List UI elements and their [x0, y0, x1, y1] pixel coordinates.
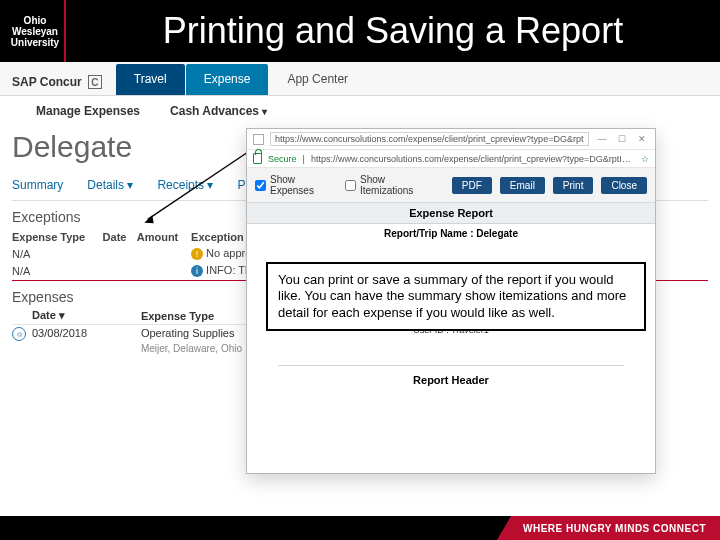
report-header-label: Report Header [278, 365, 625, 386]
show-itemizations-checkbox[interactable] [345, 180, 356, 191]
slide-footer: WHERE HUNGRY MINDS CONNECT [0, 516, 720, 540]
tab-travel[interactable]: Travel [116, 64, 185, 95]
warning-icon: ! [191, 248, 203, 260]
maximize-button[interactable]: ☐ [615, 134, 629, 144]
email-button[interactable]: Email [500, 177, 545, 194]
action-details[interactable]: Details [87, 178, 133, 192]
star-icon[interactable]: ☆ [641, 154, 649, 164]
lock-icon [253, 153, 262, 164]
report-name: Report/Trip Name : Delegate [247, 224, 655, 241]
instruction-callout: You can print or save a summary of the r… [266, 262, 646, 331]
slide-title: Printing and Saving a Report [66, 10, 720, 52]
col-date[interactable]: Date [32, 307, 141, 325]
show-expenses-checkbox[interactable] [255, 180, 266, 191]
footer-tagline: WHERE HUNGRY MINDS CONNECT [497, 516, 720, 540]
info-icon: i [191, 265, 203, 277]
submenu-manage-expenses[interactable]: Manage Expenses [36, 104, 140, 118]
university-line3: University [11, 37, 59, 48]
popup-body: Expense Report Report/Trip Name : Delega… [247, 203, 655, 473]
popup-toolbar: Show Expenses Show Itemizations PDF Emai… [247, 168, 655, 203]
expense-submenu: Manage Expenses Cash Advances [0, 96, 720, 126]
minimize-button[interactable]: — [595, 134, 609, 144]
checkbox-show-expenses[interactable]: Show Expenses [255, 174, 337, 196]
action-receipts[interactable]: Receipts [157, 178, 213, 192]
brand-label: SAP Concur [12, 75, 82, 89]
secure-url: https://www.concursolutions.com/expense/… [311, 154, 635, 164]
tab-expense[interactable]: Expense [186, 64, 269, 95]
col-date: Date [103, 229, 137, 245]
col-amount: Amount [137, 229, 191, 245]
address-bar[interactable] [270, 132, 589, 146]
report-banner: Expense Report [247, 203, 655, 224]
secure-label: Secure [268, 154, 297, 164]
cell-date: 03/08/2018 [32, 325, 141, 342]
print-button[interactable]: Print [553, 177, 594, 194]
security-bar: Secure | https://www.concursolutions.com… [247, 150, 655, 168]
col-expense-type: Expense Type [12, 229, 103, 245]
pdf-button[interactable]: PDF [452, 177, 492, 194]
checkbox-show-itemizations[interactable]: Show Itemizations [345, 174, 436, 196]
tab-appcenter[interactable]: App Center [269, 64, 366, 95]
concur-brand[interactable]: SAP Concur C [12, 69, 116, 95]
close-window-button[interactable]: ✕ [635, 134, 649, 144]
close-button[interactable]: Close [601, 177, 647, 194]
cell-type: N/A [12, 262, 103, 279]
university-logo: Ohio Wesleyan University [0, 0, 66, 62]
action-summary[interactable]: Summary [12, 178, 63, 192]
concur-logo-icon: C [88, 75, 102, 89]
report-page: Delegate Summary Details Receipts Print … [0, 126, 720, 516]
cell-type: N/A [12, 245, 103, 262]
university-line2: Wesleyan [12, 26, 58, 37]
university-line1: Ohio [24, 15, 47, 26]
popup-titlebar: — ☐ ✕ [247, 129, 655, 150]
submenu-cash-advances[interactable]: Cash Advances [170, 104, 267, 118]
concur-top-nav: SAP Concur C Travel Expense App Center [0, 62, 720, 96]
favicon-icon [253, 134, 264, 145]
slide-ribbon: Ohio Wesleyan University Printing and Sa… [0, 0, 720, 62]
receipt-icon[interactable]: ⌾ [12, 327, 26, 341]
